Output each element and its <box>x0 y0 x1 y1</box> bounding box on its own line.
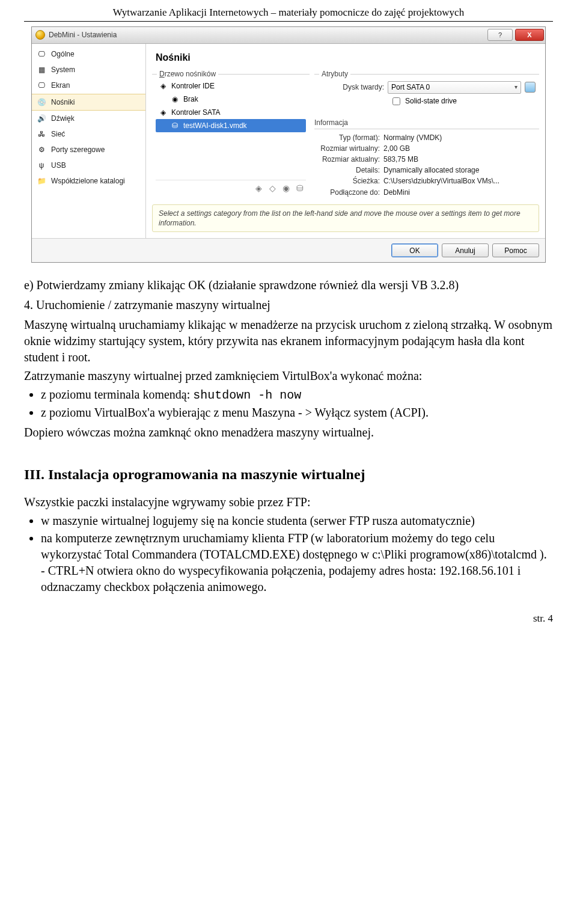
document-body: e) Potwierdzamy zmiany klikając OK (dzia… <box>24 277 553 625</box>
bullet-acpi: z poziomu VirtualBox'a wybierając z menu… <box>41 405 553 421</box>
para-stop-intro: Zatrzymanie maszyny wirtualnej przed zam… <box>24 368 553 384</box>
choose-disk-icon[interactable] <box>525 82 536 93</box>
hdd-icon: ⛁ <box>170 121 180 130</box>
close-icon: X <box>527 31 531 40</box>
disk-icon: 💿 <box>37 97 46 107</box>
controller-icon: ◈ <box>158 108 168 117</box>
folder-icon: 📁 <box>37 177 46 186</box>
hdd-label: Dysk twardy: <box>318 82 384 92</box>
page-number: str. 4 <box>24 612 553 626</box>
sidebar-item-usb[interactable]: ψUSB <box>32 158 145 173</box>
sidebar-item-shared[interactable]: 📁Współdzielone katalogi <box>32 173 145 189</box>
category-sidebar: 🖵Ogólne ▦System 🖵Ekran 💿Nośniki 🔊Dźwięk … <box>32 44 146 238</box>
controller-icon: ◈ <box>158 81 168 91</box>
help-button[interactable]: ? <box>487 29 513 41</box>
bullet-login: w maszynie wirtualnej logujemy się na ko… <box>41 513 553 529</box>
sidebar-item-general[interactable]: 🖵Ogólne <box>32 46 145 62</box>
para-then: Dopiero wówczas można zamknąć okno menad… <box>24 424 553 441</box>
heading-iii: III. Instalacja oprogramowania na maszyn… <box>24 465 553 484</box>
sidebar-item-network[interactable]: 🖧Sieć <box>32 126 145 142</box>
sidebar-item-display[interactable]: 🖵Ekran <box>32 78 145 93</box>
info-grid: Typ (format):Normalny (VMDK) Rozmiar wir… <box>314 133 539 197</box>
help-icon: ? <box>498 31 502 40</box>
para-ftp-intro: Wszystkie paczki instalacyjne wgrywamy s… <box>24 494 553 510</box>
tree-controller-sata[interactable]: ◈Kontroler SATA <box>156 106 306 119</box>
settings-window: DebMini - Ustawienia ? X 🖵Ogólne ▦System… <box>31 26 546 263</box>
ok-button[interactable]: OK <box>391 243 438 257</box>
hdd-port-select[interactable]: Port SATA 0 <box>388 81 521 94</box>
bullet-ctrln: - CTRL+N otwiera okno do wyspecyfikowani… <box>41 564 521 593</box>
app-icon <box>35 30 45 40</box>
sidebar-item-system[interactable]: ▦System <box>32 62 145 78</box>
help-button-bottom[interactable]: Pomoc <box>492 243 539 257</box>
close-button[interactable]: X <box>515 29 544 41</box>
add-controller-icon[interactable]: ◈ <box>252 183 264 195</box>
detail-title: Nośniki <box>152 49 539 70</box>
para-start: Maszynę wirtualną uruchamiamy klikając w… <box>24 317 553 366</box>
window-title: DebMini - Ustawienia <box>49 30 117 40</box>
page-header: Wytwarzanie Aplikacji Internetowych – ma… <box>24 6 553 22</box>
tree-toolbar: ◈ ◇ ◉ ⛁ <box>156 180 306 195</box>
info-heading: Informacja <box>314 118 539 129</box>
detail-pane: Nośniki DDrzewo nośnikówrzewo nośników ◈… <box>146 44 545 238</box>
tree-legend: DDrzewo nośnikówrzewo nośników <box>157 69 218 79</box>
usb-icon: ψ <box>37 161 46 170</box>
network-icon: 🖧 <box>37 129 46 139</box>
cd-empty-icon: ◉ <box>170 94 180 104</box>
remove-controller-icon[interactable]: ◇ <box>266 183 278 195</box>
tree-controller-ide[interactable]: ◈Kontroler IDE <box>156 79 306 93</box>
ssd-label: Solid-state drive <box>405 96 457 106</box>
ssd-checkbox[interactable] <box>392 97 400 105</box>
bullet-totalcmd: na komputerze zewnętrznym uruchamiamy kl… <box>41 530 553 595</box>
titlebar[interactable]: DebMini - Ustawienia ? X <box>32 27 545 44</box>
display-icon: 🖵 <box>37 81 46 90</box>
attributes-legend: Atrybuty <box>319 69 350 79</box>
bullet-shutdown: z poziomu terminala komendą: shutdown -h… <box>41 387 553 403</box>
para-e: e) Potwierdzamy zmiany klikając OK (dzia… <box>24 277 553 293</box>
cancel-button[interactable]: Anuluj <box>442 243 489 257</box>
audio-icon: 🔊 <box>37 114 46 123</box>
add-hdd-icon[interactable]: ⛁ <box>294 183 306 195</box>
heading-4: 4. Uruchomienie / zatrzymanie maszyny wi… <box>24 297 553 313</box>
tree-disk-item[interactable]: ⛁testWAI-disk1.vmdk <box>156 119 306 132</box>
dialog-buttons: OK Anuluj Pomoc <box>32 238 545 262</box>
sidebar-item-audio[interactable]: 🔊Dźwięk <box>32 111 145 126</box>
monitor-icon: 🖵 <box>37 49 46 59</box>
hint-bar: Select a settings category from the list… <box>152 204 539 232</box>
tree-empty-slot[interactable]: ◉Brak <box>156 93 306 106</box>
chip-icon: ▦ <box>37 65 46 75</box>
sidebar-item-serial[interactable]: ⚙Porty szeregowe <box>32 142 145 158</box>
storage-tree[interactable]: ◈Kontroler IDE ◉Brak ◈Kontroler SATA ⛁te… <box>156 79 306 180</box>
sidebar-item-storage[interactable]: 💿Nośniki <box>32 94 145 111</box>
add-cd-icon[interactable]: ◉ <box>280 183 292 195</box>
serial-icon: ⚙ <box>37 145 46 155</box>
